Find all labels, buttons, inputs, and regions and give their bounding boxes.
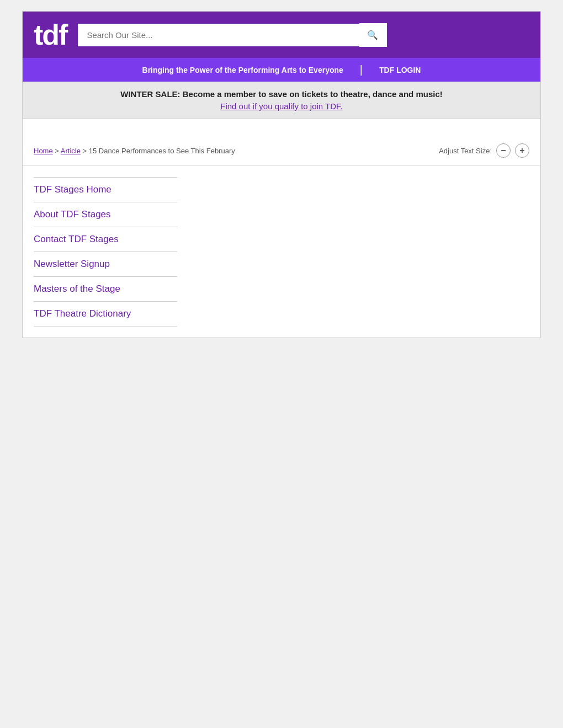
content-area: TDF Stages HomeAbout TDF StagesContact T… [23,166,540,338]
banner: WINTER SALE: Become a member to save on … [23,82,540,119]
search-icon: 🔍 [367,30,378,40]
search-button[interactable]: 🔍 [359,23,387,47]
vertical-divider: | [360,63,363,76]
breadcrumb-sep1: > [55,147,61,155]
breadcrumb-bar: Home > Article > 15 Dance Performances t… [23,136,540,166]
main-content [194,177,529,326]
breadcrumb: Home > Article > 15 Dance Performances t… [34,147,235,155]
sidebar-item-tdf-theatre-dictionary[interactable]: TDF Theatre Dictionary [34,302,177,326]
text-size-decrease[interactable]: − [496,143,511,158]
banner-text: WINTER SALE: Become a member to save on … [120,89,442,99]
text-size-label: Adjust Text Size: [439,147,492,155]
sidebar-item-contact-tdf-stages[interactable]: Contact TDF Stages [34,227,177,251]
tagline: Bringing the Power of the Performing Art… [142,66,343,74]
sub-header: Bringing the Power of the Performing Art… [23,58,540,82]
search-container: 🔍 [78,23,387,47]
breadcrumb-sep2: > [83,147,89,155]
header: tdf 🔍 [23,12,540,58]
breadcrumb-home[interactable]: Home [34,147,53,155]
breadcrumb-article[interactable]: Article [61,147,81,155]
sidebar-nav: TDF Stages HomeAbout TDF StagesContact T… [34,177,177,326]
logo: tdf [34,20,67,49]
breadcrumb-current: 15 Dance Performances to See This Februa… [89,147,235,155]
search-input[interactable] [78,24,359,46]
page-wrapper: tdf 🔍 Bringing the Power of the Performi… [22,11,541,338]
banner-link[interactable]: Find out if you qualify to join TDF. [34,101,529,111]
text-size-controls: Adjust Text Size: − + [439,143,529,158]
login-link[interactable]: TDF LOGIN [379,66,421,74]
sidebar-item-newsletter-signup[interactable]: Newsletter Signup [34,252,177,276]
sidebar-item-about-tdf-stages[interactable]: About TDF Stages [34,202,177,227]
sidebar: TDF Stages HomeAbout TDF StagesContact T… [34,177,177,326]
text-size-increase[interactable]: + [515,143,529,158]
sidebar-item-masters-of-the-stage[interactable]: Masters of the Stage [34,277,177,301]
sidebar-item-tdf-stages-home[interactable]: TDF Stages Home [34,178,177,202]
